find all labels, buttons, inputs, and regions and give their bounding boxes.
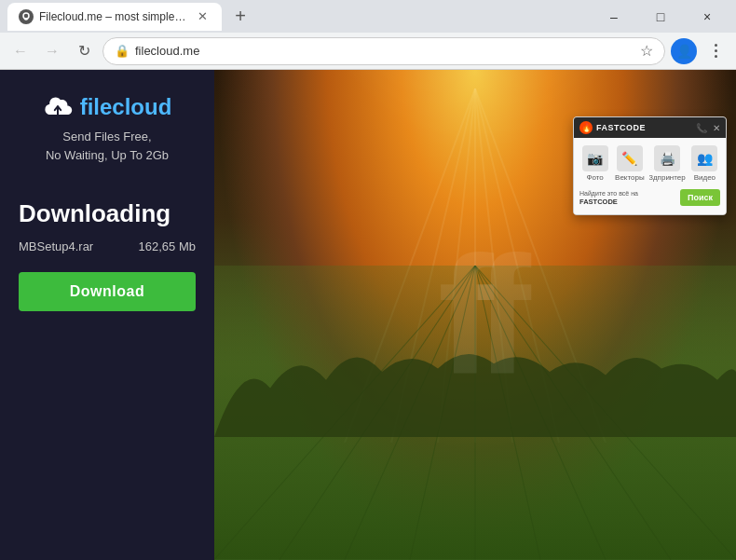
popup-video-icon: 👥 (691, 145, 717, 171)
close-button[interactable]: × (686, 0, 729, 33)
download-button[interactable]: Download (19, 272, 196, 311)
popup-3d-label: 3дпринтер (648, 173, 685, 182)
browser-menu-button[interactable] (702, 38, 729, 64)
popup-item-3d: 🖨️ 3дпринтер (648, 145, 685, 182)
tagline: Send Files Free, No Waiting, Up To 2Gb (46, 128, 169, 164)
popup-logo-icon: 🔥 (579, 121, 593, 134)
browser-tab[interactable]: Filecloud.me – most simple file s ✕ (7, 3, 222, 31)
addressbar: ← → ↻ 🔒 filecloud.me ☆ 👤 (0, 33, 736, 70)
popup-header: 🔥 FASTCODE 📞 ✕ (574, 117, 726, 138)
popup-3d-icon: 🖨️ (654, 145, 680, 171)
popup-header-icons: 📞 ✕ (696, 123, 720, 133)
logo-row: filecloud (43, 92, 172, 122)
popup-title: FASTCODE (596, 123, 692, 132)
logo-text: filecloud (80, 94, 172, 120)
menu-dot-3 (715, 55, 717, 58)
maximize-button[interactable]: □ (639, 0, 682, 33)
tab-favicon (19, 9, 34, 24)
logo-text-prefix: file (80, 94, 113, 119)
back-button[interactable]: ← (7, 38, 34, 64)
section-title: Downloading (19, 199, 196, 228)
popup-foto-icon: 📷 (582, 145, 608, 171)
popup-footer-text: Найдите это всё на FASTCODE (579, 189, 676, 207)
svg-point-0 (23, 13, 29, 19)
tagline-line1: Send Files Free, (62, 130, 151, 143)
url-bar[interactable]: 🔒 filecloud.me ☆ (102, 37, 665, 65)
lock-icon: 🔒 (115, 44, 129, 58)
file-info-row: MBSetup4.rar 162,65 Mb (19, 239, 196, 253)
titlebar: Filecloud.me – most simple file s ✕ + – … (0, 0, 736, 33)
popup-foto-label: Фото (586, 173, 603, 182)
profile-icon: 👤 (676, 44, 692, 59)
popup-item-foto: 📷 Фото (579, 145, 610, 182)
popup-grid: 📷 Фото ✏️ Векторы 🖨️ 3дпринтер 👥 Видео (579, 145, 720, 182)
file-name: MBSetup4.rar (19, 239, 93, 253)
url-text: filecloud.me (135, 44, 634, 58)
popup-vectors-label: Векторы (615, 173, 645, 182)
refresh-button[interactable]: ↻ (71, 38, 97, 64)
tab-close-button[interactable]: ✕ (194, 8, 211, 25)
popup-item-video: 👥 Видео (689, 145, 720, 182)
tab-title: Filecloud.me – most simple file s (39, 10, 188, 23)
popup-close-icon[interactable]: ✕ (713, 123, 720, 133)
popup-brand-text: FASTCODE (579, 198, 676, 207)
popup-phone-icon[interactable]: 📞 (696, 123, 707, 133)
profile-button[interactable]: 👤 (671, 38, 697, 64)
treeline-svg (214, 339, 736, 437)
logo-text-suffix: cloud (112, 94, 171, 119)
left-panel: filecloud Send Files Free, No Waiting, U… (0, 70, 214, 560)
browser-content: filecloud Send Files Free, No Waiting, U… (0, 70, 736, 560)
popup-vectors-icon: ✏️ (617, 145, 643, 171)
window-controls: – □ × (593, 0, 729, 33)
file-size: 162,65 Mb (139, 239, 196, 253)
filecloud-logo-icon (43, 92, 73, 122)
minimize-button[interactable]: – (593, 0, 635, 33)
tagline-line2: No Waiting, Up To 2Gb (46, 148, 169, 162)
new-tab-button[interactable]: + (227, 4, 253, 30)
popup-ad: 🔥 FASTCODE 📞 ✕ 📷 Фото ✏️ Векторы (573, 116, 727, 215)
popup-video-label: Видео (694, 173, 716, 182)
popup-search-button[interactable]: Поиск (680, 189, 720, 206)
menu-dot-2 (715, 49, 717, 52)
logo-area: filecloud Send Files Free, No Waiting, U… (19, 92, 196, 164)
popup-footer: Найдите это всё на FASTCODE Поиск (579, 189, 720, 207)
bookmark-star-icon[interactable]: ☆ (640, 42, 653, 60)
popup-body: 📷 Фото ✏️ Векторы 🖨️ 3дпринтер 👥 Видео (574, 138, 726, 214)
menu-dot-1 (715, 44, 717, 47)
forward-button[interactable]: → (39, 38, 65, 64)
popup-item-vectors: ✏️ Векторы (614, 145, 645, 182)
right-background: ff 🔥 FASTCODE 📞 ✕ 📷 Фото (214, 70, 736, 560)
